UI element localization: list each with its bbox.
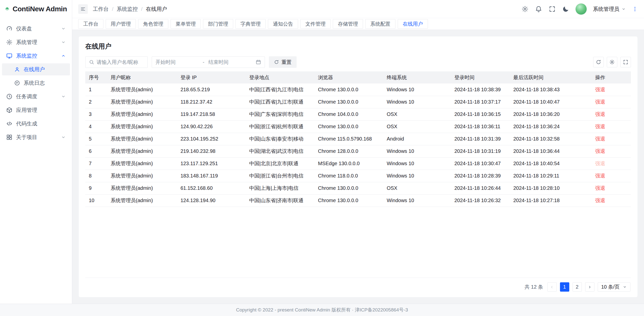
date-start-placeholder: 开始时间	[155, 59, 200, 66]
toolbar-expand-button[interactable]	[620, 57, 631, 67]
table-cell: 系统管理员(admin)	[107, 157, 177, 170]
sidebar-item[interactable]: 仪表盘	[2, 23, 70, 35]
table-cell: 2024-11-18 10:40:54	[510, 157, 591, 170]
sidebar-item[interactable]: 关于项目	[2, 131, 70, 143]
force-logout-link[interactable]: 强退	[595, 87, 605, 92]
table-cell: 3	[85, 108, 107, 120]
table-cell: 强退	[592, 108, 631, 120]
table-cell: 4	[85, 120, 107, 133]
tab[interactable]: 存储管理	[333, 19, 363, 29]
sidebar-subitem[interactable]: 在线用户	[2, 63, 70, 75]
sidebar-item-label: 任务调度	[16, 93, 57, 100]
force-logout-link[interactable]: 强退	[595, 161, 605, 166]
bell-icon[interactable]	[535, 6, 542, 13]
table-cell: 61.152.168.60	[177, 182, 246, 194]
tab-label: 菜单管理	[176, 21, 196, 27]
date-range-picker[interactable]: 开始时间 - 结束时间	[152, 56, 265, 68]
table-cell: 强退	[592, 120, 631, 133]
topbar-right: 系统管理员	[521, 3, 638, 15]
body-row: ContiNew Admin 仪表盘系统管理系统监控在线用户系统日志任务调度应用…	[0, 0, 644, 304]
logo[interactable]: ContiNew Admin	[0, 0, 72, 18]
sidebar-item[interactable]: 系统监控	[2, 50, 70, 62]
force-logout-link[interactable]: 强退	[595, 148, 605, 154]
page-size-select[interactable]: 10 条/页	[598, 282, 630, 292]
table-row: 9系统管理员(admin)61.152.168.60中国|上海|上海市|电信Ch…	[85, 182, 631, 194]
table-cell: 系统管理员(admin)	[107, 108, 177, 120]
table-cell: 系统管理员(admin)	[107, 194, 177, 207]
breadcrumb-item[interactable]: 工作台	[93, 6, 109, 13]
table-cell: Chrome 130.0.0.0	[314, 96, 383, 108]
table-row: 3系统管理员(admin)119.147.218.58中国|广东省|深圳市|电信…	[85, 108, 631, 120]
content: 在线用户 开始时间 - 结束时间	[72, 30, 644, 304]
table-cell: 强退	[592, 133, 631, 145]
force-logout-link[interactable]: 强退	[595, 198, 605, 203]
tab[interactable]: 用户管理	[106, 19, 136, 29]
table-cell: MSEdge 130.0.0.0	[314, 157, 383, 170]
table-cell: Chrome 104.0.0.0	[314, 108, 383, 120]
table-header-row: 序号用户昵称登录 IP登录地点浏览器终端系统登录时间最后活跃时间操作	[85, 71, 631, 83]
table-cell: 2024-11-18 10:31:39	[451, 133, 510, 145]
moon-icon[interactable]	[562, 6, 569, 13]
page-button[interactable]: 1	[560, 282, 569, 292]
sidebar-menu: 仪表盘系统管理系统监控在线用户系统日志任务调度应用管理代码生成关于项目	[0, 18, 72, 148]
force-logout-link[interactable]: 强退	[595, 136, 605, 142]
toolbar-gear-button[interactable]	[607, 57, 617, 67]
table-cell: 2024-11-18 10:30:47	[451, 157, 510, 170]
reset-button[interactable]: 重置	[269, 56, 297, 68]
force-logout-link[interactable]: 强退	[595, 111, 605, 117]
user-menu[interactable]: 系统管理员	[593, 6, 626, 13]
table-cell: 123.117.129.251	[177, 157, 246, 170]
tab[interactable]: 在线用户	[398, 19, 428, 29]
expand-icon[interactable]	[549, 6, 556, 13]
force-logout-link[interactable]: 强退	[595, 124, 605, 129]
pagination-next-button[interactable]	[585, 282, 594, 292]
force-logout-link[interactable]: 强退	[595, 185, 605, 191]
table-wrap: 序号用户昵称登录 IP登录地点浏览器终端系统登录时间最后活跃时间操作 1系统管理…	[85, 71, 631, 278]
force-logout-link[interactable]: 强退	[595, 99, 605, 105]
copyright-text: Copyright © 2022 - present ContiNew Admi…	[236, 307, 408, 313]
gear-icon[interactable]	[521, 6, 529, 13]
search-icon	[89, 59, 94, 65]
toolbar-refresh-button[interactable]	[593, 57, 604, 67]
grid-icon	[6, 134, 13, 141]
table-cell: Chrome 130.0.0.0	[314, 83, 383, 96]
header-actions	[521, 6, 569, 13]
tab[interactable]: 部门管理	[203, 19, 233, 29]
avatar[interactable]	[575, 3, 587, 15]
table-cell: 1	[85, 83, 107, 96]
table-cell: 系统管理员(admin)	[107, 182, 177, 194]
chevron-down-icon	[623, 285, 627, 289]
tab[interactable]: 角色管理	[138, 19, 168, 29]
breadcrumb-item[interactable]: 在线用户	[146, 6, 167, 13]
tab[interactable]: 工作台	[78, 19, 103, 29]
table-cell: Windows 10	[383, 96, 451, 108]
table-cell: OSX	[383, 120, 451, 133]
table-cell: 中国|湖北省|武汉市|电信	[246, 145, 314, 157]
sidebar-item[interactable]: 系统管理	[2, 36, 70, 48]
table-cell: 119.147.218.58	[177, 108, 246, 120]
tab[interactable]: 字典管理	[235, 19, 266, 29]
pagination-prev-button[interactable]	[547, 282, 557, 292]
sidebar-subitem[interactable]: 系统日志	[2, 77, 70, 89]
app-root: ContiNew Admin 仪表盘系统管理系统监控在线用户系统日志任务调度应用…	[0, 0, 644, 316]
table-cell: Chrome 130.0.0.0	[314, 194, 383, 207]
tab[interactable]: 文件管理	[300, 19, 331, 29]
table-cell: 中国|江西省|九江市|联通	[246, 96, 314, 108]
chevron-right-icon	[587, 285, 592, 289]
page-button[interactable]: 2	[573, 282, 582, 292]
force-logout-link[interactable]: 强退	[595, 173, 605, 178]
table-cell: 10	[85, 194, 107, 207]
tab[interactable]: 菜单管理	[171, 19, 201, 29]
sidebar-item[interactable]: 代码生成	[2, 118, 70, 130]
chevron-down-icon	[621, 7, 626, 11]
search-input[interactable]	[97, 59, 144, 65]
table-cell: 118.212.37.42	[177, 96, 246, 108]
tab[interactable]: 系统配置	[365, 19, 395, 29]
sidebar-item[interactable]: 应用管理	[2, 104, 70, 116]
sidebar-collapse-button[interactable]	[78, 4, 88, 14]
more-vertical-icon[interactable]	[632, 6, 638, 12]
breadcrumb-item[interactable]: 系统监控	[117, 6, 138, 13]
tab[interactable]: 通知公告	[268, 19, 298, 29]
table-row: 2系统管理员(admin)118.212.37.42中国|江西省|九江市|联通C…	[85, 96, 631, 108]
sidebar-item[interactable]: 任务调度	[2, 91, 70, 103]
